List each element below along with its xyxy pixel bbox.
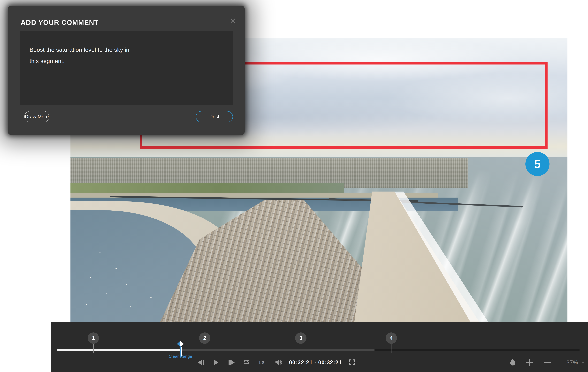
playhead[interactable]	[177, 341, 184, 357]
draw-more-button[interactable]: Draw More	[24, 111, 49, 122]
previous-frame-button[interactable]	[198, 360, 204, 365]
zoom-out-icon	[544, 362, 551, 363]
comment-marker-number: 5	[534, 157, 541, 171]
next-frame-icon	[230, 360, 235, 365]
fullscreen-button[interactable]	[349, 360, 355, 365]
playback-bar: 1 2 3 4 Clear Range 1X	[51, 322, 588, 372]
post-label: Post	[210, 114, 219, 120]
timeline-played-segment	[57, 349, 180, 351]
video-green-field	[71, 183, 344, 194]
marker-label: 4	[390, 335, 393, 341]
loop-button[interactable]	[243, 359, 250, 365]
playback-speed-label: 1X	[258, 360, 265, 365]
loop-icon	[243, 359, 250, 365]
comment-text-line: Boost the saturation level to the sky in	[30, 44, 223, 55]
play-button[interactable]	[214, 360, 219, 365]
timeline-range-segment	[180, 349, 375, 351]
comment-text-line: this segment.	[30, 55, 223, 67]
timeline-marker-4[interactable]: 4	[386, 332, 397, 344]
comment-marker-badge[interactable]: 5	[525, 152, 549, 176]
timeline-marker-2[interactable]: 2	[199, 332, 210, 344]
zoom-in-icon	[526, 359, 533, 366]
marker-label: 3	[299, 335, 302, 341]
previous-frame-icon	[198, 360, 202, 365]
next-frame-button[interactable]	[229, 360, 235, 365]
review-page: { "dialog": { "title": "ADD YOUR COMMENT…	[0, 0, 588, 372]
playback-speed-button[interactable]: 1X	[258, 360, 265, 365]
zoom-level-value: 37%	[566, 359, 578, 366]
zoom-in-button[interactable]	[526, 359, 533, 366]
playhead-stem	[179, 346, 181, 356]
marker-label: 2	[203, 335, 206, 341]
timecode-display: 00:32:21 - 00:32:21	[289, 359, 342, 365]
comment-input[interactable]: Boost the saturation level to the sky in…	[20, 31, 233, 105]
fullscreen-icon	[349, 360, 355, 365]
volume-button[interactable]	[275, 359, 282, 365]
timeline-marker-3[interactable]: 3	[295, 332, 306, 344]
timeline-marker-1[interactable]: 1	[88, 332, 99, 344]
marker-label: 1	[92, 335, 95, 341]
post-button[interactable]: Post	[196, 111, 233, 122]
zoom-out-button[interactable]	[544, 362, 551, 363]
pan-tool-button[interactable]	[509, 359, 516, 366]
timeline-track[interactable]	[57, 349, 579, 351]
dialog-title: ADD YOUR COMMENT	[21, 19, 99, 26]
volume-icon	[275, 359, 282, 365]
timecode-text: 00:32:21 - 00:32:21	[289, 359, 342, 365]
add-comment-dialog: ADD YOUR COMMENT × Boost the saturation …	[8, 6, 245, 135]
zoom-level-dropdown[interactable]: 37%	[566, 359, 585, 366]
hand-icon	[509, 359, 516, 366]
chevron-down-icon	[581, 362, 585, 364]
draw-more-label: Draw More	[25, 114, 49, 120]
close-icon[interactable]: ×	[227, 15, 239, 26]
play-icon	[214, 360, 219, 365]
